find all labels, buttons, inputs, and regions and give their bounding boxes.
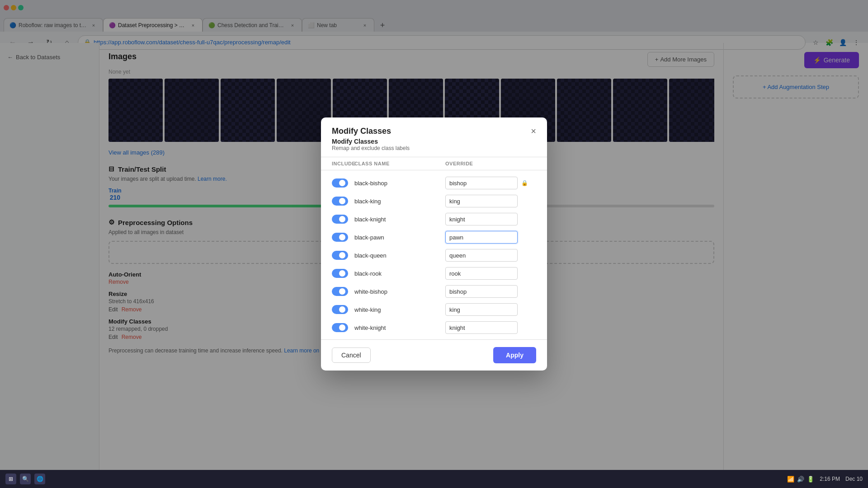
toggle-black-bishop[interactable]	[332, 178, 348, 188]
class-row-white-king: white-king	[332, 300, 536, 319]
class-name-black-queen: black-queen	[354, 252, 445, 259]
class-row-black-king: black-king	[332, 192, 536, 210]
override-wrapper-black-bishop: 🔒	[445, 177, 536, 189]
override-wrapper-white-knight	[445, 321, 536, 334]
class-row-white-bishop: white-bishop	[332, 282, 536, 300]
taskbar-icons-row: 📶 🔊 🔋	[787, 476, 814, 483]
class-name-black-king: black-king	[354, 198, 445, 205]
modal-close-button[interactable]: ×	[531, 127, 536, 136]
class-row-black-bishop: black-bishop 🔒	[332, 174, 536, 192]
taskbar-right: 📶 🔊 🔋 2:16 PM Dec 10	[787, 476, 863, 483]
class-name-black-rook: black-rook	[354, 270, 445, 277]
class-name-white-king: white-king	[354, 306, 445, 313]
taskbar: ⊞ 🔍 🌐 📶 🔊 🔋 2:16 PM Dec 10	[0, 470, 868, 488]
modal-title: Modify Classes	[332, 127, 391, 136]
volume-icon: 🔊	[797, 476, 804, 483]
override-wrapper-black-king	[445, 195, 536, 207]
toggle-black-pawn[interactable]	[332, 233, 348, 242]
toggle-white-knight[interactable]	[332, 323, 348, 332]
class-row-black-knight: black-knight	[332, 210, 536, 228]
lock-icon-black-bishop: 🔒	[521, 180, 528, 186]
modify-classes-modal: Modify Classes × Modify Classes Remap an…	[321, 117, 547, 371]
modal-table-header: INCLUDE CLASS NAME OVERRIDE	[321, 157, 547, 170]
override-input-black-knight[interactable]	[445, 213, 518, 225]
network-icon: 📶	[787, 476, 794, 483]
toggle-black-rook[interactable]	[332, 269, 348, 278]
override-wrapper-black-pawn	[445, 231, 536, 244]
override-input-black-bishop[interactable]	[445, 177, 518, 189]
class-name-black-pawn: black-pawn	[354, 234, 445, 241]
apply-button[interactable]: Apply	[493, 347, 536, 363]
col-override: OVERRIDE	[445, 161, 536, 166]
class-name-black-knight: black-knight	[354, 216, 445, 223]
toggle-black-queen[interactable]	[332, 251, 348, 260]
modal-subtitle-desc: Remap and exclude class labels	[332, 145, 536, 151]
override-wrapper-black-queen	[445, 249, 536, 262]
chrome-taskbar-icon[interactable]: 🌐	[34, 474, 45, 484]
modal-subtitle-title: Modify Classes	[332, 138, 536, 145]
class-row-black-rook: black-rook	[332, 264, 536, 282]
taskbar-time: 2:16 PM	[820, 476, 840, 482]
modal-header: Modify Classes ×	[321, 117, 547, 138]
toggle-white-bishop[interactable]	[332, 287, 348, 296]
col-include: INCLUDE	[332, 161, 354, 166]
override-wrapper-white-bishop	[445, 285, 536, 298]
override-wrapper-black-knight	[445, 213, 536, 225]
class-name-white-knight: white-knight	[354, 324, 445, 331]
modal-footer: Cancel Apply	[321, 339, 547, 371]
class-row-white-knight: white-knight	[332, 319, 536, 337]
modal-body: black-bishop 🔒 black-king	[321, 170, 547, 339]
class-row-black-pawn: black-pawn	[332, 228, 536, 246]
modal-overlay[interactable]: Modify Classes × Modify Classes Remap an…	[0, 0, 868, 488]
modal-subtitle-section: Modify Classes Remap and exclude class l…	[321, 138, 547, 157]
class-name-black-bishop: black-bishop	[354, 180, 445, 187]
col-class-name: CLASS NAME	[354, 161, 445, 166]
taskbar-left: ⊞ 🔍 🌐	[5, 474, 45, 484]
class-row-black-queen: black-queen	[332, 246, 536, 264]
search-taskbar-icon[interactable]: 🔍	[20, 474, 31, 484]
cancel-button[interactable]: Cancel	[332, 347, 371, 363]
class-name-white-bishop: white-bishop	[354, 288, 445, 295]
toggle-black-knight[interactable]	[332, 215, 348, 224]
override-input-white-knight[interactable]	[445, 321, 518, 334]
override-wrapper-white-king	[445, 303, 536, 316]
override-input-white-king[interactable]	[445, 303, 518, 316]
override-input-black-rook[interactable]	[445, 267, 518, 280]
toggle-white-king[interactable]	[332, 305, 348, 314]
override-input-black-king[interactable]	[445, 195, 518, 207]
override-input-black-pawn[interactable]	[445, 231, 518, 244]
override-wrapper-black-rook	[445, 267, 536, 280]
toggle-black-king[interactable]	[332, 197, 348, 206]
override-input-white-bishop[interactable]	[445, 285, 518, 298]
taskbar-date: Dec 10	[845, 476, 863, 482]
start-icon[interactable]: ⊞	[5, 474, 16, 484]
override-input-black-queen[interactable]	[445, 249, 518, 262]
battery-icon: 🔋	[807, 476, 814, 483]
